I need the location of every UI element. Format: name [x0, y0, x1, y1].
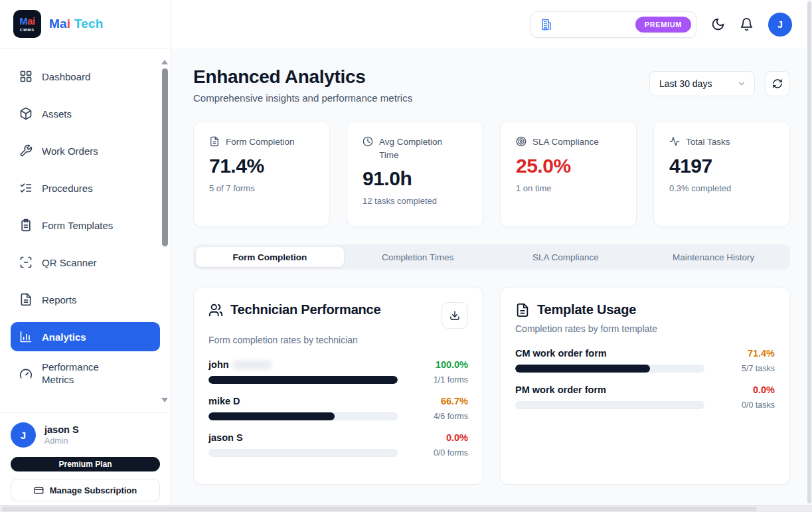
sidebar-item-analytics[interactable]: Analytics: [11, 322, 160, 351]
user-profile[interactable]: J jason S Admin: [11, 422, 160, 448]
sidebar-scrollbar-thumb[interactable]: [162, 68, 168, 246]
template-row: CM work order form 71.4% 5/7 tasks: [515, 348, 775, 373]
premium-badge: PREMIUM: [635, 17, 691, 33]
scroll-down-arrow-icon[interactable]: [161, 398, 168, 402]
row-detail: 0/0 forms: [407, 448, 468, 458]
progress-bar: [208, 449, 398, 457]
stat-value: 25.0%: [516, 155, 621, 177]
gauge-icon: [19, 367, 33, 381]
refresh-icon: [772, 78, 783, 89]
sidebar-item-label: Analytics: [42, 331, 86, 343]
activity-pulse-icon: [669, 136, 680, 147]
sidebar-scrollbar[interactable]: [161, 60, 169, 402]
sidebar-item-procedures[interactable]: Procedures: [11, 173, 160, 203]
sidebar: Mai CMMS Mai Tech Dashboard Assets Work …: [0, 0, 171, 512]
sidebar-user-section: J jason S Admin Premium Plan Manage Subs…: [0, 412, 171, 512]
panel-subtitle: Completion rates by form template: [515, 323, 775, 334]
app-window: Mai CMMS Mai Tech Dashboard Assets Work …: [0, 0, 812, 512]
scroll-up-arrow-icon[interactable]: [161, 60, 168, 64]
technician-row: jason S 0.0% 0/0 forms: [208, 432, 468, 458]
bar-chart-icon: [19, 330, 33, 343]
package-box-icon: [19, 107, 33, 120]
row-percent: 0.0%: [407, 432, 468, 443]
progress-bar: [208, 412, 398, 420]
sidebar-item-dashboard[interactable]: Dashboard: [11, 62, 160, 91]
sidebar-nav: Dashboard Assets Work Orders Procedures …: [0, 48, 171, 412]
sidebar-item-label: Form Templates: [42, 220, 113, 231]
dashboard-grid-icon: [19, 70, 33, 83]
logo-subtext: CMMS: [20, 28, 35, 32]
tab-completion-times[interactable]: Completion Times: [344, 247, 492, 267]
file-text-icon: [209, 136, 220, 147]
sidebar-item-label: Procedures: [42, 183, 93, 194]
organization-selector[interactable]: PREMIUM: [530, 11, 696, 38]
credit-card-icon: [34, 485, 44, 495]
tab-sla-compliance[interactable]: SLA Compliance: [492, 247, 640, 267]
clipboard-icon: [19, 218, 33, 232]
tab-form-completion[interactable]: Form Completion: [196, 247, 344, 267]
page-content: Enhanced Analytics Comprehensive insight…: [171, 48, 812, 512]
row-percent: 66.7%: [407, 396, 468, 406]
brand-name: Mai Tech: [49, 17, 104, 31]
logo-text-blue: M: [19, 15, 27, 27]
file-text-icon: [515, 303, 530, 317]
sidebar-item-label: QR Scanner: [42, 257, 97, 268]
target-icon: [516, 136, 527, 147]
sidebar-item-performance-metrics[interactable]: Performance Metrics: [11, 359, 160, 388]
refresh-button[interactable]: [765, 71, 790, 96]
row-detail: 4/6 forms: [407, 412, 468, 421]
sidebar-item-label: Dashboard: [42, 71, 90, 82]
stat-subtext: 12 tasks completed: [363, 196, 467, 206]
sidebar-item-assets[interactable]: Assets: [11, 99, 160, 128]
row-detail: 5/7 tasks: [714, 364, 775, 373]
template-row: PM work order form 0.0% 0/0 tasks: [515, 384, 775, 410]
row-percent: 71.4%: [714, 348, 775, 359]
stat-value: 71.4%: [209, 155, 314, 177]
row-detail: 1/1 forms: [407, 375, 468, 384]
stat-card-total-tasks: Total Tasks 4197 0.3% completed: [653, 121, 790, 227]
manage-subscription-button[interactable]: Manage Subscription: [11, 479, 160, 501]
panel-subtitle: Form completion rates by technician: [208, 335, 468, 345]
sidebar-item-qr-scanner[interactable]: QR Scanner: [11, 248, 160, 277]
horizontal-scrollbar-thumb[interactable]: [2, 507, 757, 511]
stat-card-avg-completion-time: Avg Completion Time 91.0h 12 tasks compl…: [347, 121, 483, 227]
file-text-icon: [19, 293, 33, 306]
date-range-value: Last 30 days: [659, 78, 712, 89]
main-area: PREMIUM J Enhanced Analytics Comprehensi…: [171, 0, 812, 512]
sidebar-item-form-templates[interactable]: Form Templates: [11, 211, 160, 240]
notifications-button[interactable]: [740, 17, 754, 31]
stat-label: Avg Completion Time: [379, 135, 452, 161]
user-name: jason S: [44, 424, 79, 435]
stat-cards: Form Completion 71.4% 5 of 7 forms Avg C…: [193, 121, 790, 227]
progress-bar: [208, 376, 398, 384]
moon-icon: [711, 17, 725, 31]
stat-subtext: 5 of 7 forms: [209, 183, 314, 193]
topbar-avatar[interactable]: J: [768, 13, 792, 37]
sidebar-item-label: Assets: [42, 108, 72, 120]
manage-subscription-label: Manage Subscription: [50, 485, 137, 495]
technician-performance-panel: Technician Performance Form completion r…: [193, 287, 483, 485]
stat-subtext: 1 on time: [516, 183, 621, 193]
sidebar-item-work-orders[interactable]: Work Orders: [11, 136, 160, 165]
window-vertical-scrollbar[interactable]: [807, 0, 812, 505]
download-button[interactable]: [442, 302, 468, 329]
user-avatar[interactable]: J: [11, 422, 36, 448]
tab-maintenance-history[interactable]: Maintenance History: [639, 247, 787, 267]
row-percent: 0.0%: [714, 384, 775, 395]
dark-mode-toggle[interactable]: [711, 17, 725, 31]
vertical-scrollbar-thumb[interactable]: [807, 1, 811, 503]
building-icon: [540, 19, 552, 31]
bell-icon: [740, 17, 754, 31]
date-range-select[interactable]: Last 30 days: [649, 71, 755, 96]
brand-logo: Mai CMMS Mai Tech: [0, 0, 171, 48]
stat-value: 91.0h: [363, 167, 467, 190]
stat-label: Form Completion: [226, 135, 295, 149]
stat-label: Total Tasks: [686, 135, 730, 149]
window-horizontal-scrollbar[interactable]: [0, 505, 812, 512]
template-usage-panel: Template Usage Completion rates by form …: [500, 287, 790, 485]
stat-label: SLA Compliance: [532, 135, 599, 149]
progress-bar: [515, 401, 704, 409]
sidebar-item-reports[interactable]: Reports: [11, 285, 160, 314]
user-role: Admin: [44, 436, 79, 446]
qr-scan-icon: [19, 256, 33, 269]
